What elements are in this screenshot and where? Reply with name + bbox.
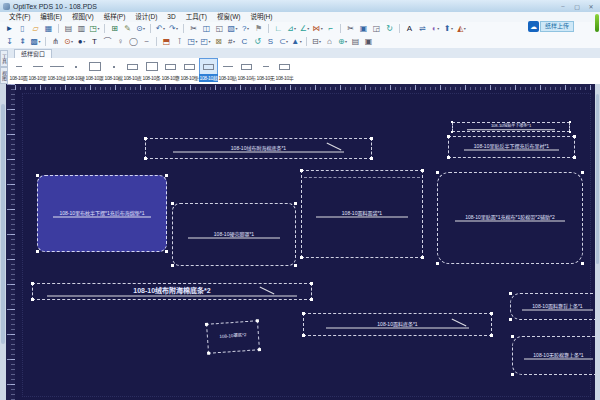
menu-item[interactable]: 文件(F)	[4, 12, 35, 22]
angle-icon[interactable]: ∠	[299, 23, 311, 34]
upload-button[interactable]: ☁ 纸样上传	[528, 21, 574, 32]
pin-icon[interactable]: ♀	[115, 36, 127, 47]
wave-icon[interactable]: ~	[141, 36, 153, 47]
group-icon[interactable]: ◐	[430, 23, 442, 34]
flip-icon[interactable]: ◭	[456, 23, 468, 34]
measure-icon[interactable]: ⊿	[286, 23, 298, 34]
dart-icon[interactable]: ⋔	[50, 36, 62, 47]
save-icon[interactable]: ▦	[43, 23, 55, 34]
report-icon[interactable]: ▤	[350, 36, 362, 47]
separator[interactable]	[45, 37, 46, 46]
grid-icon[interactable]: #	[226, 36, 238, 47]
pattern-thumbnail[interactable]: 108-10绒	[47, 58, 66, 82]
pattern-thumbnail[interactable]: 108-10裁	[199, 58, 218, 82]
pattern-piece[interactable]: 108-10面料底条*1	[303, 313, 492, 336]
menu-item[interactable]: 工具(T)	[181, 12, 212, 22]
close-piece-icon[interactable]: ⊠	[213, 36, 225, 47]
save-piece-icon[interactable]: ▣	[363, 36, 375, 47]
flag-icon[interactable]: ⚑	[253, 23, 265, 34]
pattern-thumbnail[interactable]: 108-10条	[142, 58, 161, 82]
pattern-thumbnail[interactable]: 108-10贴	[218, 58, 237, 82]
square-ruler-icon[interactable]: ∟	[273, 23, 285, 34]
messenger-indicator[interactable]	[595, 14, 599, 32]
side-tab[interactable]: 视图	[0, 67, 8, 84]
refresh-icon[interactable]: ↻	[384, 23, 396, 34]
pattern-thumbnail[interactable]: 108-10棉	[104, 58, 123, 82]
side-tab[interactable]: 工具	[0, 50, 8, 67]
maximize-button[interactable]: ▢	[572, 3, 582, 10]
pattern-thumbnail[interactable]: 108-10底	[123, 58, 142, 82]
print-preview-icon[interactable]: ▥	[76, 23, 88, 34]
print-icon[interactable]: ▤	[63, 23, 75, 34]
new-window-icon[interactable]: ◳	[187, 36, 199, 47]
separator[interactable]	[156, 37, 157, 46]
separator[interactable]	[58, 24, 59, 33]
pattern-piece[interactable]: 108-10面料面袋*1	[301, 170, 423, 258]
compare-icon[interactable]: ⇌	[417, 23, 429, 34]
table-icon[interactable]: ⊞	[109, 23, 121, 34]
home-icon[interactable]: ⌂	[324, 36, 336, 47]
split-window-icon[interactable]: ◰	[200, 36, 212, 47]
menu-item[interactable]: 设计(D)	[130, 12, 162, 22]
pattern-piece[interactable]: 108-10硬壳脚罩*1	[172, 203, 296, 266]
scrollbar-thumb[interactable]	[596, 94, 599, 264]
notch-icon[interactable]: ⋈	[312, 23, 324, 34]
pattern-piece[interactable]: 108-10里贴反半下摆充后布里衬*1	[448, 136, 575, 158]
separator[interactable]	[183, 24, 184, 33]
pattern-piece[interactable]: 108-10里布枕半下摆*1充后布海绵垫*1	[37, 175, 167, 252]
scrollbar-thumb[interactable]	[1, 104, 5, 344]
piece-half-icon[interactable]: ⬒	[161, 36, 173, 47]
add-piece-icon[interactable]: ⊕	[337, 36, 349, 47]
pattern-thumbnail[interactable]: 108-10无	[256, 58, 275, 82]
pattern-piece[interactable]: 108-10罩底*2	[206, 320, 260, 354]
pattern-piece[interactable]: 108-10面料靠背上条*1	[510, 293, 600, 320]
seam-icon[interactable]: ⌐	[325, 23, 337, 34]
menu-item[interactable]: 编辑(E)	[35, 12, 67, 22]
zoom-icon[interactable]: ⊙	[135, 23, 147, 34]
separator[interactable]	[104, 24, 105, 33]
text-tool-icon[interactable]: T	[89, 36, 101, 47]
separator[interactable]	[268, 24, 269, 33]
pattern-thumbnail[interactable]: 108-10布	[237, 58, 256, 82]
pattern-piece[interactable]: 108-10里贴面*1充棉布*1胶棉带*2辅助*2	[437, 172, 583, 264]
menu-item[interactable]: 视窗(W)	[212, 12, 245, 22]
pattern-thumbnail[interactable]: 108-10硬	[66, 58, 85, 82]
pattern-canvas[interactable]: 108-10绒布附海棉底条*1 108-10绒贴半下摆条*1 108-10里贴反…	[0, 84, 600, 400]
close-button[interactable]: ✕	[586, 3, 596, 10]
right-scrollbar[interactable]	[595, 84, 600, 400]
rotate-ccw-icon[interactable]: ↺	[252, 36, 264, 47]
new-file-icon[interactable]: ▯	[17, 23, 29, 34]
s-curve-icon[interactable]: S	[265, 36, 277, 47]
menu-item[interactable]: 3D	[162, 12, 180, 22]
copy-piece-icon[interactable]: ▣	[358, 23, 370, 34]
open-curve-icon[interactable]: ⊂	[278, 36, 290, 47]
pattern-piece[interactable]: 108-10绒贴半下摆条*1	[452, 122, 570, 132]
pattern-piece[interactable]: 108-10绒布附海棉底条*1	[145, 138, 372, 159]
minimize-button[interactable]: –	[558, 3, 568, 10]
separator[interactable]	[150, 24, 151, 33]
paste-piece-icon[interactable]: ◲	[371, 23, 383, 34]
menu-item[interactable]: 说明(H)	[245, 12, 277, 22]
menu-item[interactable]: 纸样(P)	[99, 12, 131, 22]
pattern-thumbnail[interactable]: 108-10里	[28, 58, 47, 82]
pattern-thumbnail[interactable]: 108-10面	[9, 58, 28, 82]
export-icon[interactable]: ◳	[89, 23, 101, 34]
pattern-thumbnail[interactable]: 108-10靠	[161, 58, 180, 82]
curve-icon[interactable]: ⌒	[102, 36, 114, 47]
stand-icon[interactable]: ⊺	[174, 36, 186, 47]
text-icon[interactable]: A	[404, 23, 416, 34]
drill-hole-icon[interactable]: ⊙	[63, 36, 75, 47]
ellipse-icon[interactable]: ◯	[128, 36, 140, 47]
move-point-icon[interactable]: ↧	[4, 36, 16, 47]
separator[interactable]	[399, 24, 400, 33]
menu-item[interactable]: 视图(V)	[67, 12, 99, 22]
paste-icon[interactable]: ◱	[214, 23, 226, 34]
separator[interactable]	[306, 37, 307, 46]
pattern-piece[interactable]: 108-10无胶棉靠上条*1	[512, 336, 600, 375]
edit-icon[interactable]: ✎	[122, 23, 134, 34]
pattern-fill-icon[interactable]: ▩	[30, 36, 42, 47]
open-file-icon[interactable]: ▱	[30, 23, 42, 34]
cut-icon[interactable]: ✂	[188, 23, 200, 34]
help-icon[interactable]: ?	[240, 23, 252, 34]
undo-icon[interactable]: ↶	[155, 23, 167, 34]
